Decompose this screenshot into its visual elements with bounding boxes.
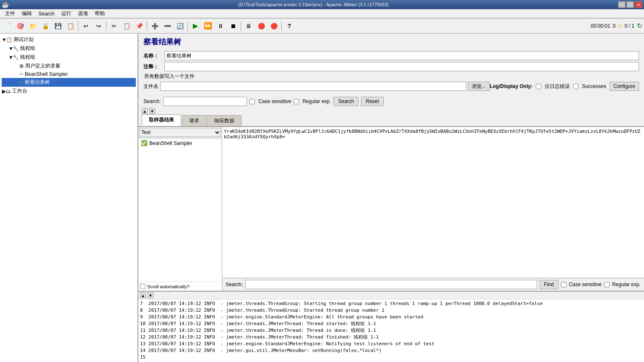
result-item-beanshell[interactable]: ✅ BeanShell Sampler	[139, 139, 221, 147]
log-toolbar: ▲ ▼	[138, 292, 644, 300]
open-button[interactable]: 📁	[27, 20, 39, 32]
log-display-label: Log/Display Only:	[490, 83, 532, 89]
expand-button[interactable]: ➕	[149, 20, 161, 32]
response-search-label: Search:	[226, 282, 243, 287]
divider-arrows: ▲ ▼	[138, 108, 644, 114]
run-button[interactable]: ▶	[190, 20, 201, 32]
save-as-button[interactable]: 📋	[65, 20, 76, 32]
expand-workbench[interactable]: ▶	[2, 88, 6, 94]
refresh-icon: ↻	[637, 22, 642, 30]
tree-item-user-vars[interactable]: ⚙ 用户定义的变量	[2, 62, 136, 70]
remote-stop-button[interactable]: 🛑	[255, 20, 267, 32]
text-dropdown[interactable]: Text HTML JSON XML	[139, 128, 221, 137]
close-button[interactable]: 🔒	[39, 20, 51, 32]
paste-button[interactable]: 📌	[133, 20, 145, 32]
separator2	[106, 21, 106, 31]
search-input[interactable]	[163, 97, 247, 106]
stop-button[interactable]: ⏹	[227, 20, 239, 32]
remote-stop-all-button[interactable]: 🔴	[268, 20, 280, 32]
templates-button[interactable]: 🎯	[14, 20, 26, 32]
redo-button[interactable]: ↪	[93, 20, 104, 32]
tree-item-workbench[interactable]: ▶ 🗂 工作台	[2, 87, 136, 96]
pause-button[interactable]: ⏸	[215, 20, 226, 32]
tree-list-panel: Text HTML JSON XML ✅ BeanShell Sampler	[138, 127, 222, 291]
help-button[interactable]: ?	[283, 20, 295, 32]
file-input[interactable]	[160, 82, 466, 91]
log-line: 8 2017/08/07 14:19:12 INFO - jmeter.thre…	[140, 307, 642, 314]
separator3	[147, 21, 147, 31]
cut-button[interactable]: ✂	[108, 20, 120, 32]
tree-item-test-plan[interactable]: ▼ 📋 测试计划	[2, 35, 136, 44]
log-line: 10 2017/08/07 14:19:12 INFO - jmeter.thr…	[140, 321, 642, 327]
thread-group2-icon: 🔧	[13, 54, 19, 60]
beanshell-icon: ✏	[19, 71, 23, 77]
comment-input[interactable]	[164, 62, 639, 71]
separator4	[187, 21, 188, 31]
right-panel: 察看结果树 名称： 注释： 所有数据写入一个文件 文件名 浏览... Log/D…	[138, 34, 644, 362]
log-line: 11 2017/08/07 14:19:12 INFO - jmeter.thr…	[140, 327, 642, 334]
menu-options[interactable]: 选项	[75, 9, 91, 18]
close-button[interactable]: ✕	[635, 1, 642, 8]
test-plan-label: 测试计划	[13, 36, 34, 43]
errors-checkbox[interactable]	[536, 84, 541, 89]
title-bar: ☕ (D:\Test\Tools\apache-jmeter-3.1\bin\j…	[0, 0, 644, 9]
response-search-bar: Search: Find Case sensitive Regular exp.	[222, 278, 644, 291]
menu-run[interactable]: 运行	[58, 9, 75, 18]
collapse-button[interactable]: ➖	[161, 20, 173, 32]
name-label: 名称：	[143, 52, 164, 59]
tree-item-result-tree[interactable]: ✏ 察看结果树	[2, 78, 136, 87]
scroll-auto-checkbox[interactable]	[140, 284, 145, 289]
comment-row: 注释：	[143, 62, 639, 71]
expand-beanshell[interactable]	[15, 71, 19, 77]
undo-button[interactable]: ↩	[80, 20, 92, 32]
up-arrow[interactable]: ▲	[142, 108, 148, 114]
response-content: YraK5doKId02BfXePSKILVMy9fgLwC1v8FlJc6AD…	[222, 127, 644, 278]
case-sensitive-checkbox[interactable]	[249, 99, 255, 104]
regular-exp-checkbox[interactable]	[293, 99, 299, 104]
tab-response-data[interactable]: 响应数据	[207, 115, 242, 126]
find-button[interactable]: Find	[540, 280, 558, 289]
title-bar-icon: ☕	[2, 1, 9, 8]
expand-result-tree[interactable]	[15, 80, 19, 85]
tab-request[interactable]: 请求	[182, 115, 206, 126]
response-search-input[interactable]	[245, 280, 537, 289]
warn-number: 0	[613, 23, 616, 29]
remote-start-button[interactable]: 🖥	[243, 20, 254, 32]
name-row: 名称：	[143, 51, 639, 60]
menu-help[interactable]: 帮助	[91, 9, 108, 18]
new-button[interactable]: 📄	[2, 20, 13, 32]
name-input[interactable]	[164, 51, 639, 60]
toolbar: 📄 🎯 📁 🔒 💾 📋 ↩ ↪ ✂ 📋 📌 ➕ ➖ 🔄 ▶ ⏩ ⏸ ⏹ 🖥 🛑 …	[0, 18, 644, 34]
run-no-pause-button[interactable]: ⏩	[202, 20, 214, 32]
menu-search[interactable]: Search	[35, 10, 58, 18]
resp-regular-exp-checkbox[interactable]	[604, 282, 610, 287]
minimize-button[interactable]: ─	[618, 1, 626, 8]
successes-checkbox[interactable]	[573, 84, 579, 89]
menu-edit[interactable]: 编辑	[18, 9, 35, 18]
menu-file[interactable]: 文件	[2, 9, 18, 18]
expand-thread-group2[interactable]: ▼	[8, 54, 13, 60]
tree-item-thread-group2[interactable]: ▼ 🔧 线程组	[2, 53, 136, 62]
reset-button[interactable]: Reset	[361, 97, 383, 106]
expand-thread-group1[interactable]: ▼	[8, 46, 13, 52]
log-down-arrow[interactable]: ▼	[148, 292, 153, 298]
copy-button[interactable]: 📋	[121, 20, 132, 32]
resp-case-sensitive-checkbox[interactable]	[561, 282, 566, 287]
separator1	[78, 21, 78, 31]
separator5	[241, 21, 241, 31]
main-layout: ▼ 📋 测试计划 ▼ 🔧 线程组 ▼ 🔧 线程组 ⚙ 用户定义的变量	[0, 34, 644, 362]
browse-button[interactable]: 浏览...	[468, 82, 490, 91]
search-button[interactable]: Search	[333, 97, 358, 106]
save-button[interactable]: 💾	[52, 20, 64, 32]
configure-button[interactable]: Configure	[610, 82, 639, 91]
log-up-arrow[interactable]: ▲	[140, 292, 146, 298]
tree-item-thread-group1[interactable]: ▼ 🔧 线程组	[2, 44, 136, 53]
expand-test-plan[interactable]: ▼	[2, 37, 6, 43]
expand-user-vars[interactable]	[15, 63, 19, 69]
toggle-button[interactable]: 🔄	[174, 20, 186, 32]
tab-sampler-result[interactable]: 取样器结果	[142, 114, 181, 126]
sidebar: ▼ 📋 测试计划 ▼ 🔧 线程组 ▼ 🔧 线程组 ⚙ 用户定义的变量	[0, 34, 138, 362]
tree-item-beanshell[interactable]: ✏ BeanShell Sampler	[2, 70, 136, 78]
down-arrow[interactable]: ▼	[149, 108, 155, 114]
maximize-button[interactable]: □	[626, 1, 634, 8]
